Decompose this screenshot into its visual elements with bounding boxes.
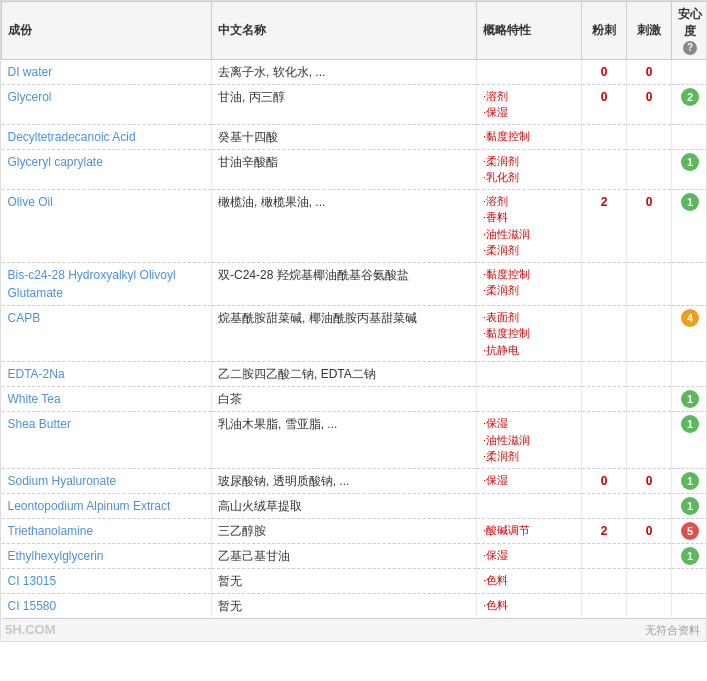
general-props-cell (477, 493, 582, 518)
safety-cell (672, 124, 708, 149)
stimulate-cell (627, 543, 672, 568)
safety-cell: 1 (672, 412, 708, 469)
safety-cell (672, 262, 708, 305)
ingredient-name-cell[interactable]: Glyceryl caprylate (2, 149, 212, 189)
safety-cell: 1 (672, 493, 708, 518)
general-props-cell: ·色料 (477, 568, 582, 593)
col-header-irritant: 粉刺 (582, 2, 627, 60)
chinese-name-cell: 甘油, 丙三醇 (212, 84, 477, 124)
irritant-cell (582, 387, 627, 412)
stimulate-cell (627, 412, 672, 469)
ingredient-name-cell[interactable]: Glycerol (2, 84, 212, 124)
ingredient-table-container: 成份 中文名称 概略特性 粉刺 刺激 安心度 ? DI water去离子水, 软… (0, 0, 707, 642)
general-props-cell: ·色料 (477, 593, 582, 618)
table-row: Bis-c24-28 Hydroxyalkyl Olivoyl Glutamat… (2, 262, 708, 305)
safety-cell: 1 (672, 468, 708, 493)
table-row: Ethylhexylglycerin乙基己基甘油·保湿1 (2, 543, 708, 568)
safety-badge: 1 (681, 472, 699, 490)
ingredient-name-cell[interactable]: Sodium Hyaluronate (2, 468, 212, 493)
chinese-name-cell: 乙二胺四乙酸二钠, EDTA二钠 (212, 362, 477, 387)
chinese-name-cell: 橄榄油, 橄榄果油, ... (212, 189, 477, 262)
chinese-name-cell: 甘油辛酸酯 (212, 149, 477, 189)
stimulate-cell (627, 593, 672, 618)
general-props-cell: ·溶剂·保湿 (477, 84, 582, 124)
general-props-cell (477, 59, 582, 84)
table-row: CAPB烷基酰胺甜菜碱, 椰油酰胺丙基甜菜碱·表面剂·黏度控制·抗静电4 (2, 305, 708, 362)
table-row: DI water去离子水, 软化水, ...00 (2, 59, 708, 84)
table-row: Decyltetradecanoic Acid癸基十四酸·黏度控制 (2, 124, 708, 149)
safety-badge: 1 (681, 153, 699, 171)
chinese-name-cell: 癸基十四酸 (212, 124, 477, 149)
footer-row: 无符合资料 (2, 618, 708, 641)
ingredient-table: 成份 中文名称 概略特性 粉刺 刺激 安心度 ? DI water去离子水, 软… (1, 1, 707, 641)
stimulate-cell: 0 (627, 59, 672, 84)
ingredient-name-cell[interactable]: Decyltetradecanoic Acid (2, 124, 212, 149)
footer-text: 无符合资料 (2, 618, 708, 641)
irritant-cell (582, 493, 627, 518)
general-props-cell: ·柔润剂·乳化剂 (477, 149, 582, 189)
ingredient-name-cell[interactable]: CI 13015 (2, 568, 212, 593)
chinese-name-cell: 乳油木果脂, 雪亚脂, ... (212, 412, 477, 469)
table-row: Shea Butter乳油木果脂, 雪亚脂, ...·保湿·油性滋润·柔润剂1 (2, 412, 708, 469)
safety-cell: 5 (672, 518, 708, 543)
ingredient-name-cell[interactable]: CAPB (2, 305, 212, 362)
table-row: Glyceryl caprylate甘油辛酸酯·柔润剂·乳化剂1 (2, 149, 708, 189)
chinese-name-cell: 玻尿酸钠, 透明质酸钠, ... (212, 468, 477, 493)
ingredient-name-cell[interactable]: Leontopodium Alpinum Extract (2, 493, 212, 518)
general-props-cell: ·保湿·油性滋润·柔润剂 (477, 412, 582, 469)
chinese-name-cell: 高山火绒草提取 (212, 493, 477, 518)
ingredient-name-cell[interactable]: CI 15580 (2, 593, 212, 618)
stimulate-cell (627, 387, 672, 412)
stimulate-cell (627, 362, 672, 387)
col-header-general: 概略特性 (477, 2, 582, 60)
ingredient-name-cell[interactable]: EDTA-2Na (2, 362, 212, 387)
stimulate-cell (627, 493, 672, 518)
irritant-cell (582, 262, 627, 305)
safety-badge: 5 (681, 522, 699, 540)
col-header-chinese: 中文名称 (212, 2, 477, 60)
chinese-name-cell: 去离子水, 软化水, ... (212, 59, 477, 84)
chinese-name-cell: 暂无 (212, 593, 477, 618)
safety-badge: 1 (681, 193, 699, 211)
chinese-name-cell: 白茶 (212, 387, 477, 412)
chinese-name-cell: 暂无 (212, 568, 477, 593)
table-row: Sodium Hyaluronate玻尿酸钠, 透明质酸钠, ...·保湿001 (2, 468, 708, 493)
safety-badge: 1 (681, 547, 699, 565)
safety-badge: 1 (681, 390, 699, 408)
irritant-cell (582, 593, 627, 618)
ingredient-name-cell[interactable]: White Tea (2, 387, 212, 412)
general-props-cell (477, 362, 582, 387)
ingredient-name-cell[interactable]: Ethylhexylglycerin (2, 543, 212, 568)
ingredient-name-cell[interactable]: Olive Oil (2, 189, 212, 262)
table-row: Olive Oil橄榄油, 橄榄果油, ...·溶剂·香料·油性滋润·柔润剂20… (2, 189, 708, 262)
safety-badge: 2 (681, 88, 699, 106)
stimulate-cell (627, 149, 672, 189)
ingredient-name-cell[interactable]: Bis-c24-28 Hydroxyalkyl Olivoyl Glutamat… (2, 262, 212, 305)
general-props-cell: ·酸碱调节 (477, 518, 582, 543)
irritant-cell (582, 568, 627, 593)
ingredient-name-cell[interactable]: Triethanolamine (2, 518, 212, 543)
irritant-cell: 0 (582, 59, 627, 84)
safety-badge: 4 (681, 309, 699, 327)
stimulate-cell: 0 (627, 84, 672, 124)
safety-cell (672, 362, 708, 387)
table-row: Glycerol甘油, 丙三醇·溶剂·保湿002 (2, 84, 708, 124)
irritant-cell: 0 (582, 468, 627, 493)
irritant-cell: 2 (582, 518, 627, 543)
ingredient-name-cell[interactable]: DI water (2, 59, 212, 84)
table-row: Leontopodium Alpinum Extract高山火绒草提取1 (2, 493, 708, 518)
safety-help-icon[interactable]: ? (683, 41, 697, 55)
table-row: CI 15580暂无·色料 (2, 593, 708, 618)
chinese-name-cell: 双-C24-28 羟烷基椰油酰基谷氨酸盐 (212, 262, 477, 305)
ingredient-name-cell[interactable]: Shea Butter (2, 412, 212, 469)
safety-cell (672, 593, 708, 618)
irritant-cell (582, 362, 627, 387)
chinese-name-cell: 烷基酰胺甜菜碱, 椰油酰胺丙基甜菜碱 (212, 305, 477, 362)
col-header-ingredient: 成份 (2, 2, 212, 60)
general-props-cell: ·保湿 (477, 468, 582, 493)
table-row: White Tea白茶1 (2, 387, 708, 412)
chinese-name-cell: 乙基己基甘油 (212, 543, 477, 568)
safety-badge: 1 (681, 497, 699, 515)
safety-cell: 1 (672, 543, 708, 568)
irritant-cell (582, 543, 627, 568)
